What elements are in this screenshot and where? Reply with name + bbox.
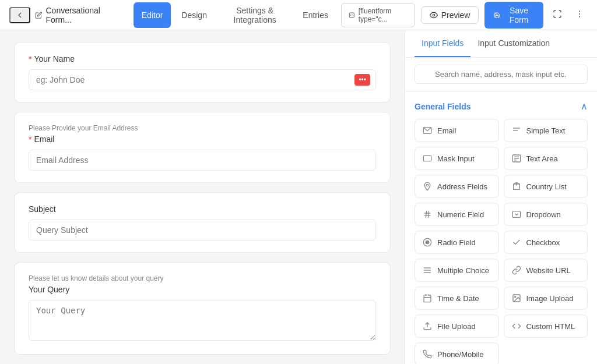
required-marker: * bbox=[29, 54, 31, 63]
more-options-button[interactable] bbox=[571, 6, 588, 24]
phone-mobile-icon bbox=[422, 349, 433, 359]
save-icon bbox=[494, 11, 500, 19]
svg-line-25 bbox=[426, 211, 426, 218]
search-box bbox=[405, 58, 597, 91]
website-url-icon bbox=[511, 265, 522, 275]
query-textarea[interactable] bbox=[29, 300, 376, 341]
subject-field-card: Subject bbox=[14, 192, 391, 253]
email-input[interactable] bbox=[29, 150, 376, 171]
email-icon bbox=[422, 125, 433, 136]
field-item-text-area[interactable]: Text Area bbox=[504, 147, 588, 170]
svg-rect-33 bbox=[424, 295, 431, 302]
tab-input-customization[interactable]: Input Customization bbox=[470, 30, 557, 57]
pencil-icon bbox=[35, 11, 42, 19]
section-title: General Fields bbox=[415, 102, 470, 111]
svg-point-19 bbox=[426, 184, 428, 186]
numeric-icon bbox=[422, 209, 433, 220]
mask-input-icon bbox=[422, 153, 433, 164]
svg-point-4 bbox=[579, 16, 580, 17]
field-item-file-upload[interactable]: File Upload bbox=[415, 314, 499, 338]
fields-list: General Fields ∧ Email Simple Text bbox=[405, 91, 597, 364]
query-sublabel: Please let us know details about your qu… bbox=[29, 274, 376, 282]
radio-icon bbox=[422, 237, 433, 248]
tab-design[interactable]: Design bbox=[173, 2, 215, 28]
custom-html-icon bbox=[511, 321, 522, 331]
required-marker: * bbox=[29, 135, 31, 144]
simple-text-icon bbox=[511, 125, 522, 136]
top-navigation: Conversational Form... Editor Design Set… bbox=[0, 0, 597, 30]
field-item-time-date[interactable]: Time & Date bbox=[415, 287, 499, 310]
tab-editor[interactable]: Editor bbox=[134, 2, 171, 28]
fields-grid: Email Simple Text Mask Input bbox=[415, 119, 588, 364]
field-item-phone-mobile[interactable]: Phone/Mobile bbox=[415, 342, 499, 364]
file-upload-icon bbox=[422, 321, 433, 331]
field-item-mask-input[interactable]: Mask Input bbox=[415, 147, 499, 170]
svg-point-2 bbox=[579, 10, 580, 12]
svg-point-1 bbox=[433, 14, 435, 16]
email-field-label: * Email bbox=[29, 135, 376, 144]
field-item-dropdown[interactable]: Dropdown bbox=[504, 203, 588, 226]
svg-line-26 bbox=[428, 211, 429, 218]
main-layout: * Your Name ••• Please Provide your Emai… bbox=[0, 30, 597, 364]
svg-rect-27 bbox=[512, 211, 520, 218]
field-item-multiple-choice[interactable]: Multiple Choice bbox=[415, 259, 499, 282]
svg-point-38 bbox=[514, 296, 515, 298]
section-toggle-button[interactable]: ∧ bbox=[581, 101, 588, 112]
fullscreen-button[interactable] bbox=[549, 6, 566, 24]
section-header: General Fields ∧ bbox=[415, 101, 588, 112]
field-item-radio-field[interactable]: Radio Field bbox=[415, 231, 499, 254]
image-upload-icon bbox=[511, 293, 522, 303]
nav-tabs: Editor Design Settings & Integrations En… bbox=[134, 2, 336, 28]
eye-icon bbox=[430, 11, 438, 19]
field-item-custom-html[interactable]: Custom HTML bbox=[504, 314, 588, 338]
query-field-label: Your Query bbox=[29, 285, 376, 294]
dropdown-icon bbox=[511, 209, 522, 220]
right-panel: Input Fields Input Customization General… bbox=[405, 30, 597, 364]
subject-field-label: Subject bbox=[29, 204, 376, 214]
multiple-choice-icon bbox=[422, 265, 433, 275]
email-sublabel: Please Provide your Email Address bbox=[29, 124, 376, 132]
field-item-address-fields[interactable]: Address Fields bbox=[415, 175, 499, 198]
field-item-simple-text[interactable]: Simple Text bbox=[504, 119, 588, 142]
code-snippet[interactable]: [fluentform type="c... bbox=[341, 3, 415, 27]
time-date-icon bbox=[422, 293, 433, 303]
checkbox-icon bbox=[511, 237, 522, 248]
field-item-image-upload[interactable]: Image Upload bbox=[504, 287, 588, 310]
country-list-icon bbox=[511, 181, 522, 192]
svg-point-29 bbox=[426, 241, 429, 243]
name-field-label: * Your Name bbox=[29, 54, 376, 63]
topnav-right: [fluentform type="c... Preview Save Form bbox=[341, 2, 588, 29]
search-input[interactable] bbox=[415, 65, 588, 84]
search-wrapper bbox=[415, 65, 588, 84]
subject-input[interactable] bbox=[29, 220, 376, 241]
svg-rect-10 bbox=[423, 156, 431, 161]
code-icon bbox=[349, 11, 355, 19]
field-item-checkbox[interactable]: Checkbox bbox=[504, 231, 588, 254]
name-field-options-button[interactable]: ••• bbox=[354, 74, 370, 86]
tab-entries[interactable]: Entries bbox=[294, 2, 336, 28]
back-button[interactable] bbox=[9, 7, 30, 23]
name-input[interactable] bbox=[29, 69, 376, 90]
name-input-wrapper: ••• bbox=[29, 69, 376, 90]
query-field-card: Please let us know details about your qu… bbox=[14, 262, 391, 355]
field-item-website-url[interactable]: Website URL bbox=[504, 259, 588, 282]
name-field-card: * Your Name ••• bbox=[14, 42, 391, 103]
field-item-numeric-field[interactable]: Numeric Field bbox=[415, 203, 499, 226]
right-tabs: Input Fields Input Customization bbox=[405, 30, 597, 58]
field-item-email[interactable]: Email bbox=[415, 119, 499, 142]
address-icon bbox=[422, 181, 433, 192]
preview-button[interactable]: Preview bbox=[421, 6, 479, 24]
text-area-icon bbox=[511, 153, 522, 164]
form-editor-panel: * Your Name ••• Please Provide your Emai… bbox=[0, 30, 405, 364]
tab-input-fields[interactable]: Input Fields bbox=[415, 30, 470, 57]
page-title: Conversational Form... bbox=[35, 6, 120, 24]
svg-point-3 bbox=[579, 13, 580, 15]
field-item-country-list[interactable]: Country List bbox=[504, 175, 588, 198]
tab-settings[interactable]: Settings & Integrations bbox=[217, 2, 292, 28]
email-field-card: Please Provide your Email Address * Emai… bbox=[14, 112, 391, 183]
save-form-button[interactable]: Save Form bbox=[484, 2, 543, 29]
